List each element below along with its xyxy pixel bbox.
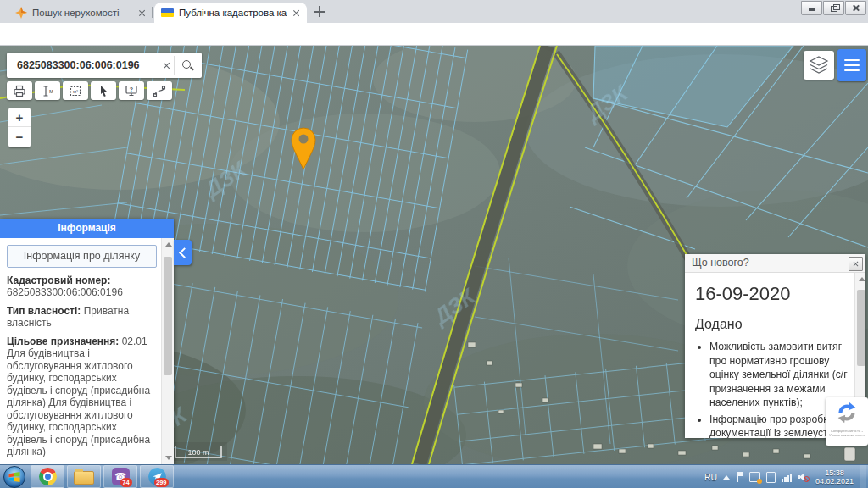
measure-area-button[interactable]: м² [63,81,88,100]
browser-toolbar: map.land.gov.ua/?cc=3016760.8450948913,6… [0,23,868,46]
zoom-in-button[interactable]: + [8,108,31,127]
windows-logo-icon [8,472,20,482]
zoom-control: + − [8,108,31,147]
notification-icon[interactable] [749,472,760,482]
scale-bar: 100 m [171,442,227,461]
telegram-icon: 299 [148,468,166,485]
recaptcha-terms[interactable]: Умови використання [826,434,867,438]
scroll-up-icon[interactable] [859,277,865,281]
chrome-icon [39,468,57,485]
whats-new-title: Що нового? [685,254,865,273]
folder-icon [74,471,94,485]
scroll-down-icon[interactable] [165,456,172,460]
field-ownership-type: Тип власності: Приватна власність [7,305,157,330]
zoom-out-button[interactable]: − [8,127,31,147]
tab-cadastral-map-active[interactable]: Публічна кадастрова карта Укр [154,3,307,23]
tab2-close-icon[interactable] [292,9,300,17]
tab1-favicon-star-icon [15,7,27,19]
measure-unit-label: м [49,88,53,94]
show-desktop-button[interactable] [860,465,866,488]
whats-new-close-button[interactable] [849,257,863,271]
field-designated-purpose: Цільове призначення: 02.01 Для будівницт… [7,336,157,458]
new-tab-button[interactable] [314,6,325,17]
close-icon [853,261,859,267]
restore-icon [831,6,837,12]
clock-time: 15:38 [815,469,854,478]
area-unit-label: м² [73,89,78,94]
cursor-tool-button[interactable] [91,81,116,100]
whats-new-date: 16-09-2020 [695,283,851,305]
restore-button[interactable] [823,1,844,15]
scroll-up-icon[interactable] [165,242,172,247]
measure-length-button[interactable]: м [35,81,60,100]
taskbar-clock[interactable]: 15:38 04.02.2021 [815,469,854,486]
tab2-favicon-ukraine-flag-icon [161,8,174,17]
route-tool-button[interactable] [147,81,172,100]
search-clear-icon[interactable] [163,62,170,69]
panel-collapse-button[interactable] [174,240,192,265]
tab-property-search[interactable]: Пошук нерухомості [8,3,153,23]
minimize-button[interactable] [801,1,822,15]
viber-badge: 74 [120,478,132,487]
help-monitor-icon: ? [125,84,138,97]
info-panel-title: Інформація [0,219,174,238]
action-center-flag-icon[interactable] [736,472,743,482]
map-tools-row: м м² ? [7,81,172,100]
system-tray: RU 15:38 04.02.2021 [704,465,866,488]
route-icon [153,85,166,97]
search-icon [181,59,193,71]
search-button[interactable] [175,53,200,78]
search-input[interactable] [15,58,161,72]
print-icon [13,85,26,97]
telegram-badge: 299 [154,478,169,487]
screen: Пошук нерухомості Публічна кадастрова ка… [0,0,868,488]
minimize-icon [809,8,815,10]
tab-separator [152,7,153,18]
whats-new-subtitle: Додано [695,317,851,332]
start-button[interactable] [3,466,25,488]
parcel-info-section-button[interactable]: Інформація про ділянку [7,245,157,268]
clipboard-icon[interactable] [766,472,776,483]
measure-area-icon: м² [69,85,82,97]
window-controls [800,1,866,15]
browser-tab-strip: Пошук нерухомості Публічна кадастрова ка… [0,0,868,23]
taskbar: ☎74 299 RU 15:38 04.02.2021 [0,464,868,488]
chevron-left-icon [179,247,190,258]
info-panel: Інформація Інформація про ділянку Кадаст… [0,219,174,464]
language-indicator[interactable]: RU [704,472,717,482]
info-panel-scrollbar[interactable] [161,238,174,464]
field-cadastral-number: Кадастровий номер:6825083300:06:006:0196 [7,274,157,299]
viber-icon: ☎74 [112,468,130,485]
scroll-thumb[interactable] [857,290,865,366]
info-panel-body: Інформація про ділянку Кадастровий номер… [0,238,161,464]
cadastral-search-box [7,53,202,78]
scale-label: 100 m [187,448,209,457]
tab1-close-icon[interactable] [138,9,146,17]
clock-date: 04.02.2021 [815,477,854,486]
hamburger-icon [844,59,860,62]
layers-button[interactable] [804,51,834,80]
volume-muted-icon[interactable] [798,472,810,482]
recaptcha-badge[interactable]: Конфіденційність - Умови використання [826,397,868,446]
recaptcha-icon [834,400,860,425]
network-icon[interactable] [782,473,792,482]
close-icon [852,4,860,12]
cursor-icon [97,85,110,97]
measure-length-icon: м [41,85,54,97]
close-button[interactable] [845,1,866,15]
taskbar-viber-button[interactable]: ☎74 [103,465,137,488]
scroll-thumb[interactable] [164,257,172,375]
show-hidden-icons-icon[interactable] [723,475,730,480]
taskbar-explorer-button[interactable] [67,465,101,488]
layers-icon [809,56,829,75]
tab1-label: Пошук нерухомості [32,8,133,18]
help-mark-label: ? [130,86,133,92]
print-button[interactable] [7,81,32,100]
taskbar-telegram-button[interactable]: 299 [140,465,174,488]
taskbar-chrome-button[interactable] [31,465,64,488]
tab2-label: Публічна кадастрова карта Укр [179,8,287,18]
help-tool-button[interactable]: ? [119,81,144,100]
map-menu-button[interactable] [837,49,866,81]
